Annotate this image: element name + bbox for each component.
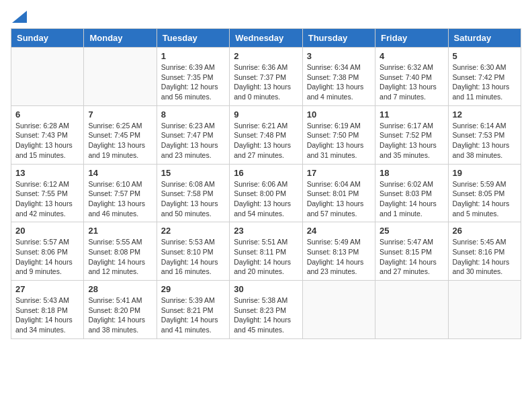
calendar-cell [375, 281, 448, 339]
day-number: 3 [307, 51, 371, 61]
day-number: 20 [15, 226, 79, 236]
day-info: Sunrise: 5:39 AMSunset: 8:21 PMDaylight:… [161, 295, 225, 335]
page-header [11, 11, 521, 23]
day-info: Sunrise: 6:34 AMSunset: 7:38 PMDaylight:… [307, 62, 371, 102]
calendar-cell [302, 281, 375, 339]
calendar-cell: 12Sunrise: 6:14 AMSunset: 7:53 PMDayligh… [448, 105, 521, 164]
calendar-cell: 21Sunrise: 5:55 AMSunset: 8:08 PMDayligh… [84, 222, 157, 281]
day-info: Sunrise: 6:14 AMSunset: 7:53 PMDaylight:… [453, 121, 517, 161]
day-info: Sunrise: 5:49 AMSunset: 8:13 PMDaylight:… [307, 237, 371, 277]
calendar-cell: 1Sunrise: 6:39 AMSunset: 7:35 PMDaylight… [157, 48, 229, 106]
day-info: Sunrise: 6:30 AMSunset: 7:42 PMDaylight:… [453, 62, 517, 102]
day-header-saturday: Saturday [448, 29, 521, 48]
calendar-cell: 2Sunrise: 6:36 AMSunset: 7:37 PMDaylight… [230, 48, 302, 106]
calendar-header-row: SundayMondayTuesdayWednesdayThursdayFrid… [11, 29, 521, 48]
day-info: Sunrise: 6:23 AMSunset: 7:47 PMDaylight:… [161, 121, 225, 161]
day-info: Sunrise: 5:51 AMSunset: 8:11 PMDaylight:… [234, 237, 298, 277]
day-number: 10 [307, 109, 371, 120]
calendar-cell: 27Sunrise: 5:43 AMSunset: 8:18 PMDayligh… [11, 281, 84, 339]
calendar-cell: 23Sunrise: 5:51 AMSunset: 8:11 PMDayligh… [230, 222, 302, 281]
logo [11, 11, 27, 23]
day-number: 6 [15, 109, 79, 120]
day-number: 7 [88, 109, 152, 120]
day-info: Sunrise: 6:06 AMSunset: 8:00 PMDaylight:… [234, 179, 298, 219]
day-number: 15 [161, 168, 225, 178]
calendar-cell: 10Sunrise: 6:19 AMSunset: 7:50 PMDayligh… [302, 105, 375, 164]
day-number: 5 [453, 51, 517, 61]
calendar-cell [11, 48, 84, 106]
day-info: Sunrise: 6:36 AMSunset: 7:37 PMDaylight:… [234, 62, 298, 102]
day-header-thursday: Thursday [302, 29, 375, 48]
day-header-tuesday: Tuesday [157, 29, 229, 48]
calendar-cell: 15Sunrise: 6:08 AMSunset: 7:58 PMDayligh… [157, 164, 229, 222]
day-info: Sunrise: 5:38 AMSunset: 8:23 PMDaylight:… [234, 295, 298, 335]
day-number: 25 [380, 226, 443, 236]
calendar-cell: 7Sunrise: 6:25 AMSunset: 7:45 PMDaylight… [84, 105, 157, 164]
day-info: Sunrise: 6:25 AMSunset: 7:45 PMDaylight:… [88, 121, 152, 161]
calendar-cell: 30Sunrise: 5:38 AMSunset: 8:23 PMDayligh… [230, 281, 302, 339]
day-info: Sunrise: 6:12 AMSunset: 7:55 PMDaylight:… [15, 179, 79, 219]
calendar-table: SundayMondayTuesdayWednesdayThursdayFrid… [11, 28, 521, 339]
day-header-friday: Friday [375, 29, 448, 48]
calendar-cell: 3Sunrise: 6:34 AMSunset: 7:38 PMDaylight… [302, 48, 375, 106]
day-number: 16 [234, 168, 298, 178]
day-number: 11 [380, 109, 443, 120]
day-number: 4 [380, 51, 443, 61]
calendar-cell: 28Sunrise: 5:41 AMSunset: 8:20 PMDayligh… [84, 281, 157, 339]
calendar-cell: 4Sunrise: 6:32 AMSunset: 7:40 PMDaylight… [375, 48, 448, 106]
day-info: Sunrise: 6:19 AMSunset: 7:50 PMDaylight:… [307, 121, 371, 161]
day-number: 13 [15, 168, 79, 178]
day-number: 26 [453, 226, 517, 236]
day-number: 17 [307, 168, 371, 178]
calendar-cell: 6Sunrise: 6:28 AMSunset: 7:43 PMDaylight… [11, 105, 84, 164]
calendar-cell: 16Sunrise: 6:06 AMSunset: 8:00 PMDayligh… [230, 164, 302, 222]
day-info: Sunrise: 6:02 AMSunset: 8:03 PMDaylight:… [380, 179, 443, 219]
day-info: Sunrise: 5:53 AMSunset: 8:10 PMDaylight:… [161, 237, 225, 277]
day-info: Sunrise: 5:47 AMSunset: 8:15 PMDaylight:… [380, 237, 443, 277]
day-info: Sunrise: 6:08 AMSunset: 7:58 PMDaylight:… [161, 179, 225, 219]
day-header-monday: Monday [84, 29, 157, 48]
day-number: 21 [88, 226, 152, 236]
calendar-week-row: 1Sunrise: 6:39 AMSunset: 7:35 PMDaylight… [11, 48, 521, 106]
calendar-cell [84, 48, 157, 106]
calendar-cell: 19Sunrise: 5:59 AMSunset: 8:05 PMDayligh… [448, 164, 521, 222]
calendar-cell: 5Sunrise: 6:30 AMSunset: 7:42 PMDaylight… [448, 48, 521, 106]
day-header-sunday: Sunday [11, 29, 84, 48]
calendar-week-row: 27Sunrise: 5:43 AMSunset: 8:18 PMDayligh… [11, 281, 521, 339]
logo-icon [12, 11, 27, 23]
day-number: 2 [234, 51, 298, 61]
day-info: Sunrise: 6:04 AMSunset: 8:01 PMDaylight:… [307, 179, 371, 219]
calendar-cell: 11Sunrise: 6:17 AMSunset: 7:52 PMDayligh… [375, 105, 448, 164]
calendar-week-row: 6Sunrise: 6:28 AMSunset: 7:43 PMDaylight… [11, 105, 521, 164]
day-info: Sunrise: 6:17 AMSunset: 7:52 PMDaylight:… [380, 121, 443, 161]
day-info: Sunrise: 5:57 AMSunset: 8:06 PMDaylight:… [15, 237, 79, 277]
calendar-cell: 13Sunrise: 6:12 AMSunset: 7:55 PMDayligh… [11, 164, 84, 222]
calendar-cell: 20Sunrise: 5:57 AMSunset: 8:06 PMDayligh… [11, 222, 84, 281]
day-number: 30 [234, 284, 298, 294]
calendar-cell [448, 281, 521, 339]
calendar-cell: 17Sunrise: 6:04 AMSunset: 8:01 PMDayligh… [302, 164, 375, 222]
day-info: Sunrise: 6:39 AMSunset: 7:35 PMDaylight:… [161, 62, 225, 102]
calendar-cell: 26Sunrise: 5:45 AMSunset: 8:16 PMDayligh… [448, 222, 521, 281]
day-info: Sunrise: 6:10 AMSunset: 7:57 PMDaylight:… [88, 179, 152, 219]
day-number: 28 [88, 284, 152, 294]
day-number: 18 [380, 168, 443, 178]
calendar-week-row: 20Sunrise: 5:57 AMSunset: 8:06 PMDayligh… [11, 222, 521, 281]
day-info: Sunrise: 5:45 AMSunset: 8:16 PMDaylight:… [453, 237, 517, 277]
day-number: 9 [234, 109, 298, 120]
day-number: 14 [88, 168, 152, 178]
day-info: Sunrise: 6:28 AMSunset: 7:43 PMDaylight:… [15, 121, 79, 161]
day-info: Sunrise: 5:59 AMSunset: 8:05 PMDaylight:… [453, 179, 517, 219]
day-info: Sunrise: 6:21 AMSunset: 7:48 PMDaylight:… [234, 121, 298, 161]
day-info: Sunrise: 5:55 AMSunset: 8:08 PMDaylight:… [88, 237, 152, 277]
day-number: 29 [161, 284, 225, 294]
calendar-cell: 9Sunrise: 6:21 AMSunset: 7:48 PMDaylight… [230, 105, 302, 164]
day-info: Sunrise: 6:32 AMSunset: 7:40 PMDaylight:… [380, 62, 443, 102]
calendar-cell: 8Sunrise: 6:23 AMSunset: 7:47 PMDaylight… [157, 105, 229, 164]
day-header-wednesday: Wednesday [230, 29, 302, 48]
day-number: 27 [15, 284, 79, 294]
day-info: Sunrise: 5:43 AMSunset: 8:18 PMDaylight:… [15, 295, 79, 335]
calendar-cell: 18Sunrise: 6:02 AMSunset: 8:03 PMDayligh… [375, 164, 448, 222]
day-info: Sunrise: 5:41 AMSunset: 8:20 PMDaylight:… [88, 295, 152, 335]
day-number: 24 [307, 226, 371, 236]
